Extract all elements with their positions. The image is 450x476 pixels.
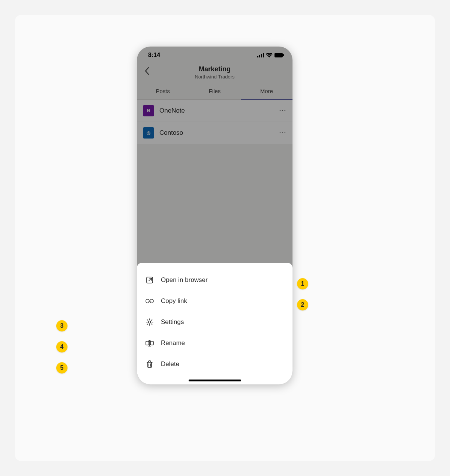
action-sheet: Open in browser Copy link Settings Renam…: [137, 263, 292, 384]
callout-marker: 2: [297, 299, 308, 310]
svg-rect-12: [150, 341, 153, 345]
sheet-item-label: Settings: [161, 318, 184, 326]
phone-frame: 8:14 Marketing Northwind Traders Pos: [137, 47, 292, 384]
leader-line: [68, 347, 132, 347]
open-in-browser-icon: [145, 276, 154, 285]
svg-rect-11: [146, 341, 149, 345]
svg-point-10: [148, 321, 151, 323]
sheet-item-settings[interactable]: Settings: [137, 312, 292, 333]
leader-line: [209, 284, 297, 284]
sheet-item-label: Delete: [161, 360, 179, 368]
sheet-item-copy-link[interactable]: Copy link: [137, 291, 292, 312]
home-indicator[interactable]: [189, 380, 241, 381]
sheet-item-rename[interactable]: Rename: [137, 333, 292, 354]
link-icon: [145, 297, 154, 306]
sheet-item-label: Copy link: [161, 297, 187, 305]
callout-marker: 4: [56, 341, 68, 352]
callout-marker: 5: [56, 362, 68, 374]
gear-icon: [145, 318, 154, 327]
sheet-item-label: Open in browser: [161, 276, 208, 284]
leader-line: [68, 326, 132, 326]
rename-icon: [145, 339, 154, 348]
callout-marker: 1: [297, 278, 308, 289]
sheet-item-label: Rename: [161, 339, 185, 347]
sheet-item-open-in-browser[interactable]: Open in browser: [137, 270, 292, 291]
documentation-canvas: 8:14 Marketing Northwind Traders Pos: [15, 15, 435, 461]
callout-marker: 3: [56, 320, 68, 331]
leader-line: [68, 368, 132, 368]
sheet-item-delete[interactable]: Delete: [137, 354, 292, 375]
leader-line: [186, 305, 297, 305]
trash-icon: [145, 360, 154, 369]
